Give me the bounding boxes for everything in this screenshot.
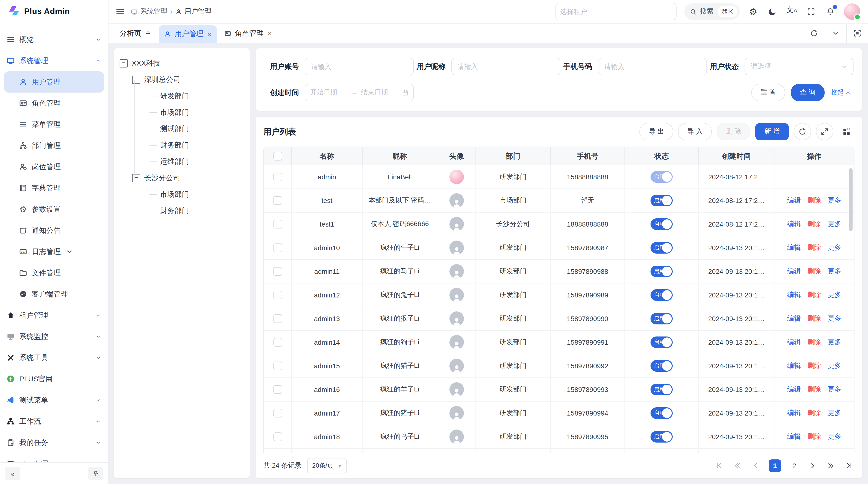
sidebar-item-notice[interactable]: 通知公告 bbox=[0, 220, 108, 241]
delete-link[interactable]: 删除 bbox=[807, 196, 821, 205]
table-fullscreen-button[interactable] bbox=[816, 123, 833, 140]
row-checkbox[interactable] bbox=[273, 361, 282, 370]
user-avatar[interactable] bbox=[844, 3, 860, 20]
sidebar-item-post-mgmt[interactable]: 岗位管理 bbox=[0, 156, 108, 178]
tree-node-leaf[interactable]: 测试部门 bbox=[120, 121, 244, 137]
tree-node-leaf[interactable]: 运维部门 bbox=[120, 153, 244, 170]
edit-link[interactable]: 编辑 bbox=[787, 432, 801, 441]
sidebar-item-workflow[interactable]: 工作流 bbox=[0, 411, 108, 432]
sidebar-item-test-menu[interactable]: 测试菜单 bbox=[0, 389, 108, 411]
row-checkbox[interactable] bbox=[273, 432, 282, 441]
row-checkbox[interactable] bbox=[273, 338, 282, 347]
more-link[interactable]: 更多 bbox=[828, 196, 841, 205]
dark-mode-icon[interactable] bbox=[767, 6, 778, 18]
row-checkbox[interactable] bbox=[273, 244, 282, 252]
more-link[interactable]: 更多 bbox=[828, 244, 841, 252]
edit-link[interactable]: 编辑 bbox=[787, 244, 801, 252]
delete-link[interactable]: 删除 bbox=[807, 267, 821, 276]
sidebar-item-overview[interactable]: 概览 bbox=[0, 29, 108, 50]
delete-link[interactable]: 删除 bbox=[807, 361, 821, 370]
sidebar-item-dict-mgmt[interactable]: 字典管理 bbox=[0, 178, 108, 199]
delete-link[interactable]: 删除 bbox=[807, 338, 821, 347]
tree-node-leaf[interactable]: 财务部门 bbox=[120, 137, 244, 153]
account-input[interactable] bbox=[305, 58, 414, 75]
more-link[interactable]: 更多 bbox=[828, 338, 841, 347]
more-link[interactable]: 更多 bbox=[828, 361, 841, 370]
row-checkbox[interactable] bbox=[273, 385, 282, 394]
tree-node-leaf[interactable]: 财务部门 bbox=[120, 202, 244, 219]
tab-user-mgmt[interactable]: 用户管理 × bbox=[159, 25, 217, 43]
delete-link[interactable]: 删除 bbox=[807, 432, 821, 441]
sidebar-item-file-mgmt[interactable]: 文件管理 bbox=[0, 262, 108, 284]
status-toggle[interactable]: 启用 bbox=[651, 431, 673, 443]
back-five-pages-button[interactable] bbox=[732, 460, 743, 471]
edit-link[interactable]: 编辑 bbox=[787, 220, 801, 228]
row-checkbox[interactable] bbox=[273, 172, 282, 181]
delete-button[interactable]: 删 除 bbox=[717, 123, 750, 140]
page-1-button[interactable]: 1 bbox=[769, 459, 781, 472]
more-link[interactable]: 更多 bbox=[828, 409, 841, 417]
sidebar-item-user-mgmt[interactable]: 用户管理 bbox=[4, 71, 104, 93]
status-toggle[interactable]: 启用 bbox=[651, 407, 673, 419]
sidebar-item-dept-mgmt[interactable]: 部门管理 bbox=[0, 135, 108, 156]
fullscreen-icon[interactable] bbox=[805, 6, 817, 18]
reset-button[interactable]: 重 置 bbox=[751, 84, 785, 101]
sidebar-collapse-button[interactable]: « bbox=[5, 466, 20, 480]
edit-link[interactable]: 编辑 bbox=[787, 409, 801, 417]
more-link[interactable]: 更多 bbox=[828, 267, 841, 276]
row-checkbox[interactable] bbox=[273, 314, 282, 323]
row-checkbox[interactable] bbox=[273, 196, 282, 205]
close-icon[interactable]: × bbox=[207, 30, 211, 38]
sidebar-item-gitee[interactable]: gitee记录 bbox=[0, 453, 108, 463]
import-button[interactable]: 导 入 bbox=[678, 123, 712, 140]
breadcrumb-level-1[interactable]: 系统管理 bbox=[140, 7, 167, 16]
edit-link[interactable]: 编辑 bbox=[787, 361, 801, 370]
status-toggle[interactable]: 启用 bbox=[651, 266, 673, 277]
status-toggle[interactable]: 启用 bbox=[651, 218, 673, 230]
translate-icon[interactable]: 文A bbox=[786, 6, 798, 18]
row-checkbox[interactable] bbox=[273, 291, 282, 299]
last-page-button[interactable] bbox=[844, 460, 855, 471]
tree-collapse-icon[interactable]: − bbox=[132, 75, 140, 84]
edit-link[interactable]: 编辑 bbox=[787, 267, 801, 276]
sidebar-item-tenant-mgmt[interactable]: 租户管理 bbox=[0, 305, 108, 326]
tab-analysis[interactable]: 分析页 bbox=[114, 24, 157, 43]
sidebar-item-log-mgmt[interactable]: DEV 日志管理 bbox=[0, 241, 108, 262]
collapse-filters-link[interactable]: 收起 bbox=[830, 88, 850, 97]
hamburger-icon[interactable] bbox=[116, 7, 124, 16]
status-toggle[interactable]: 启用 bbox=[651, 171, 673, 183]
tab-refresh-button[interactable] bbox=[803, 24, 825, 43]
status-toggle[interactable]: 启用 bbox=[651, 242, 673, 254]
search-button[interactable]: 查 询 bbox=[791, 84, 825, 101]
sidebar-item-my-tasks[interactable]: 我的任务 bbox=[0, 432, 108, 453]
delete-link[interactable]: 删除 bbox=[807, 244, 821, 252]
prev-page-button[interactable] bbox=[750, 460, 761, 471]
more-link[interactable]: 更多 bbox=[828, 385, 841, 394]
row-checkbox[interactable] bbox=[273, 220, 282, 228]
edit-link[interactable]: 编辑 bbox=[787, 385, 801, 394]
edit-link[interactable]: 编辑 bbox=[787, 291, 801, 299]
status-toggle[interactable]: 启用 bbox=[651, 313, 673, 324]
close-icon[interactable]: × bbox=[268, 29, 272, 37]
sidebar-item-menu-mgmt[interactable]: 菜单管理 bbox=[0, 114, 108, 135]
nickname-input[interactable] bbox=[452, 58, 560, 75]
tree-node-changsha[interactable]: − 长沙分公司 bbox=[120, 170, 244, 186]
tree-collapse-icon[interactable]: − bbox=[120, 59, 128, 67]
date-range-picker[interactable]: 开始日期 → 结束日期 bbox=[305, 84, 414, 101]
status-toggle[interactable]: 启用 bbox=[651, 384, 673, 395]
sidebar-item-role-mgmt[interactable]: 角色管理 bbox=[0, 93, 108, 114]
more-link[interactable]: 更多 bbox=[828, 432, 841, 441]
tab-fullscreen-button[interactable] bbox=[846, 24, 868, 43]
tab-role-mgmt[interactable]: 角色管理 × bbox=[219, 24, 277, 43]
delete-link[interactable]: 删除 bbox=[807, 409, 821, 417]
export-button[interactable]: 导 出 bbox=[640, 123, 674, 140]
tenant-select-input[interactable] bbox=[555, 3, 676, 20]
refresh-button[interactable] bbox=[794, 123, 811, 140]
column-settings-button[interactable] bbox=[838, 123, 855, 140]
status-toggle[interactable]: 启用 bbox=[651, 289, 673, 301]
delete-link[interactable]: 删除 bbox=[807, 385, 821, 394]
page-2-button[interactable]: 2 bbox=[789, 460, 800, 471]
sidebar-item-param-set[interactable]: ⚙ 参数设置 bbox=[0, 199, 108, 220]
phone-input[interactable] bbox=[598, 58, 707, 75]
tree-collapse-icon[interactable]: − bbox=[132, 174, 140, 182]
